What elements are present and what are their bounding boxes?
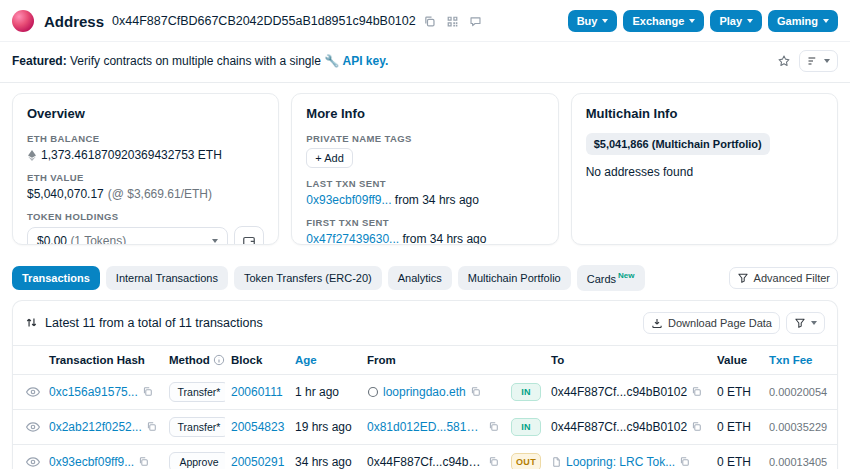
info-icon[interactable]: [213, 354, 225, 366]
tab-transactions[interactable]: Transactions: [12, 266, 100, 290]
eth-value-section: ETH VALUE $5,040,070.17 (@ $3,669.61/ETH…: [27, 172, 264, 201]
wallet-icon: [242, 234, 256, 246]
value-column-header: Value: [711, 345, 763, 374]
copy-hash-button[interactable]: [138, 456, 149, 467]
block-link[interactable]: 20054823: [231, 420, 284, 434]
api-key-link[interactable]: API key.: [343, 54, 389, 68]
summary-cards: Overview ETH BALANCE 1,373.4618709203694…: [0, 83, 850, 255]
txn-hash-link[interactable]: 0x2ab212f0252...: [49, 420, 142, 434]
first-txn-hash-link[interactable]: 0x47f27439630...: [306, 232, 399, 245]
method-badge[interactable]: Transfer*: [169, 417, 225, 437]
column-filter-button[interactable]: [786, 312, 825, 334]
advanced-filter-button[interactable]: Advanced Filter: [729, 267, 838, 289]
private-name-tags-section: PRIVATE NAME TAGS + Add: [306, 133, 543, 168]
eth-value-label: ETH VALUE: [27, 172, 264, 183]
featured-banner: Featured: Verify contracts on multiple c…: [0, 42, 850, 83]
eth-value-rate: (@ $3,669.61/ETH): [108, 187, 212, 201]
from-column-header: From: [361, 345, 505, 374]
eye-icon: [26, 455, 40, 469]
featured-prefix: Featured:: [12, 54, 67, 68]
table-row: 0x93ecbf09ff9... Approve 20050291 34 hrs…: [13, 444, 837, 469]
table-summary: Latest 11 from a total of 11 transaction…: [25, 316, 263, 330]
eye-icon: [26, 385, 40, 399]
txn-hash-link[interactable]: 0x93ecbf09ff9...: [49, 455, 134, 469]
row-visibility-button[interactable]: [26, 385, 40, 399]
tab-cards-label: Cards: [587, 273, 616, 285]
gaming-button-label: Gaming: [777, 15, 818, 27]
txn-hash-link[interactable]: 0xc156a91575...: [49, 385, 138, 399]
table-row: 0x2ab212f0252... Transfer* 20054823 19 h…: [13, 409, 837, 444]
first-txn-label: FIRST TXN SENT: [306, 217, 543, 228]
method-badge[interactable]: Transfer*: [169, 382, 225, 402]
to-address: 0x44F887Cf...c94bB0102: [551, 420, 687, 434]
address-identity: Address 0x44F887CfBD667CB2042DD55aB1d895…: [12, 10, 485, 32]
etherscan-address-page: Address 0x44F887CfBD667CB2042DD55aB1d895…: [0, 0, 850, 469]
multichain-info-title: Multichain Info: [586, 106, 823, 121]
last-txn-time: from 34 hrs ago: [395, 193, 479, 207]
featured-actions: [777, 50, 838, 72]
row-visibility-button[interactable]: [26, 455, 40, 469]
last-txn-hash-link[interactable]: 0x93ecbf09ff9...: [306, 193, 391, 207]
copy-to-button[interactable]: [691, 386, 702, 397]
gaming-button[interactable]: Gaming: [768, 10, 838, 32]
copy-icon: [470, 386, 481, 397]
list-options-icon: [807, 55, 819, 67]
token-holdings-value: $0.00: [37, 234, 67, 246]
copy-from-button[interactable]: [488, 456, 499, 467]
display-options-button[interactable]: [799, 50, 838, 72]
table-header-row: Transaction Hash Method Block Age From T…: [13, 345, 837, 374]
copy-icon: [691, 386, 702, 397]
comment-icon: [469, 15, 482, 28]
tab-internal-transactions[interactable]: Internal Transactions: [106, 266, 228, 290]
buy-button[interactable]: Buy: [568, 10, 618, 32]
qr-code-button[interactable]: [444, 12, 462, 30]
token-holdings-select[interactable]: $0.00 (1 Tokens): [27, 227, 228, 246]
comment-button[interactable]: [467, 12, 485, 30]
exchange-button-label: Exchange: [632, 15, 684, 27]
tab-multichain-portfolio[interactable]: Multichain Portfolio: [458, 266, 571, 290]
tab-cards[interactable]: CardsNew: [577, 265, 645, 291]
last-txn-section: LAST TXN SENT 0x93ecbf09ff9... from 34 h…: [306, 178, 543, 207]
transactions-table: Transaction Hash Method Block Age From T…: [13, 345, 837, 469]
tab-analytics[interactable]: Analytics: [388, 266, 452, 290]
multichain-portfolio-badge[interactable]: $5,041,866 (Multichain Portfolio): [586, 133, 770, 155]
age-cell: 34 hrs ago: [289, 444, 361, 469]
from-address-link[interactable]: 0x81d012ED...5818C2404: [367, 420, 484, 434]
direction-badge: IN: [511, 418, 541, 436]
copy-hash-button[interactable]: [146, 421, 157, 432]
exchange-button[interactable]: Exchange: [623, 10, 704, 32]
copy-to-button[interactable]: [691, 421, 702, 432]
block-column-header: Block: [225, 345, 289, 374]
eth-balance-value: 1,373.461870920369432753 ETH: [41, 148, 222, 162]
play-button-label: Play: [719, 15, 742, 27]
copy-address-button[interactable]: [421, 12, 439, 30]
hash-column-header: Transaction Hash: [43, 345, 163, 374]
to-address-link[interactable]: Loopring: LRC Tok...: [566, 455, 675, 469]
from-address-link[interactable]: loopringdao.eth: [383, 385, 466, 399]
download-page-data-button[interactable]: Download Page Data: [643, 312, 780, 334]
block-link[interactable]: 20060111: [231, 385, 283, 399]
star-icon: [777, 54, 791, 68]
row-visibility-button[interactable]: [26, 420, 40, 434]
value-cell: 0 ETH: [711, 374, 763, 409]
chevron-down-icon: [212, 239, 218, 243]
copy-from-button[interactable]: [488, 421, 499, 432]
add-name-tag-button[interactable]: + Add: [306, 148, 352, 168]
copy-hash-button[interactable]: [142, 386, 153, 397]
wallet-button[interactable]: [234, 226, 264, 245]
copy-to-button[interactable]: [679, 456, 690, 467]
token-holdings-section: TOKEN HOLDINGS $0.00 (1 Tokens): [27, 211, 264, 245]
featured-message: Verify contracts on multiple chains with…: [70, 54, 321, 68]
wrench-emoji-icon: 🔧: [324, 54, 339, 68]
overview-title: Overview: [27, 106, 264, 121]
favorite-button[interactable]: [777, 54, 791, 68]
fee-column-header[interactable]: Txn Fee: [763, 345, 837, 374]
method-badge[interactable]: Approve: [169, 452, 225, 469]
eth-value-amount: $5,040,070.17: [27, 187, 104, 201]
play-button[interactable]: Play: [710, 10, 762, 32]
tab-token-transfers[interactable]: Token Transfers (ERC-20): [234, 266, 382, 290]
age-column-header[interactable]: Age: [289, 345, 361, 374]
block-link[interactable]: 20050291: [231, 455, 284, 469]
featured-text: Featured: Verify contracts on multiple c…: [12, 54, 388, 68]
copy-from-button[interactable]: [470, 386, 481, 397]
